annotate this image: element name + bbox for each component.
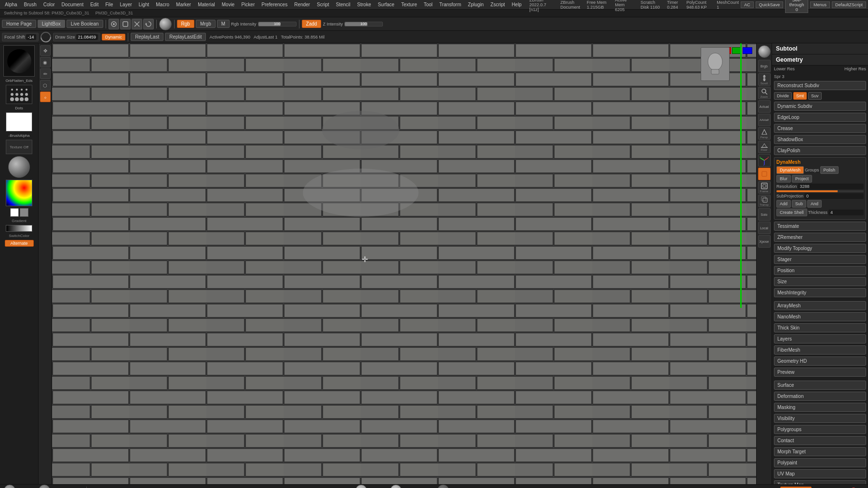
ri-xpose[interactable]: Xpose	[758, 235, 771, 248]
array-mesh-btn[interactable]: ArrayMesh	[774, 301, 866, 310]
center-brush2-dot[interactable]	[390, 485, 402, 488]
menu-item-tool[interactable]: Tool	[421, 2, 435, 7]
uv-map-btn[interactable]: UV Map	[774, 469, 866, 478]
and-btn[interactable]: And	[807, 200, 822, 208]
menu-item-render[interactable]: Render	[291, 2, 313, 7]
shadow-box-btn[interactable]: ShadowBox	[774, 135, 866, 144]
light-box-btn[interactable]: LightBox	[38, 20, 65, 28]
active-tool[interactable]: ⬦	[40, 92, 51, 102]
draw-gauge[interactable]	[40, 31, 52, 43]
dynamic-subdiv-btn[interactable]: Dynamic Subdiv	[774, 102, 866, 111]
visibility-btn[interactable]: Visibility	[774, 414, 866, 423]
menu-item-movie[interactable]: Movie	[219, 2, 238, 7]
masking-btn[interactable]: Masking	[774, 403, 866, 412]
resolution-val[interactable]: 3288	[798, 184, 864, 189]
color-picker[interactable]	[6, 180, 32, 206]
menu-item-macro[interactable]: Macro	[153, 2, 172, 7]
divide-btn[interactable]: Divide	[774, 92, 792, 100]
ri-zoom[interactable]: Zoom	[758, 87, 771, 99]
menu-item-surface[interactable]: Surface	[375, 2, 397, 7]
menu-item-edit[interactable]: Edit	[87, 2, 101, 7]
menu-item-document[interactable]: Document	[59, 2, 87, 7]
live-boolean-btn[interactable]: Live Boolean	[67, 20, 103, 28]
ri-persp[interactable]: Persp	[758, 127, 771, 140]
menu-item-light[interactable]: Light	[136, 2, 152, 7]
mrgb-btn[interactable]: Mrgb	[196, 20, 216, 28]
ri-floor[interactable]: Floor	[758, 141, 771, 153]
resolution-slider[interactable]	[776, 190, 864, 192]
sub-proj-val[interactable]: 0	[804, 193, 864, 199]
alpha-preview[interactable]	[6, 112, 32, 132]
default-zscript-btn[interactable]: DefaultZScript	[832, 1, 866, 8]
crease-btn[interactable]: Crease	[774, 124, 866, 133]
surface-btn[interactable]: Surface	[774, 381, 866, 390]
menu-item-transform[interactable]: Transform	[436, 2, 464, 7]
ri-transp[interactable]: Transp	[758, 195, 771, 207]
material-sphere[interactable]	[8, 156, 30, 178]
menu-item-brush[interactable]: Brush	[21, 2, 40, 7]
quick-save-btn[interactable]: QuickSave	[756, 1, 784, 8]
draw-tool[interactable]: ◉	[40, 57, 51, 67]
ri-material-ball[interactable]	[758, 45, 771, 58]
polygroups-btn[interactable]: Polygroups	[774, 425, 866, 434]
center-brush1-dot[interactable]	[355, 485, 367, 488]
suv-btn[interactable]: Suv	[808, 92, 822, 100]
dynamic-label[interactable]: Dynamic	[102, 34, 125, 40]
menu-item-picker[interactable]: Picker	[238, 2, 258, 7]
grey-swatch[interactable]	[20, 208, 28, 217]
add-btn[interactable]: Add	[776, 200, 791, 208]
ri-xyz[interactable]: x y z	[758, 154, 771, 167]
mesh-integrity-btn[interactable]: MeshIntegrity	[774, 288, 866, 297]
brush-thumbnail[interactable]	[3, 45, 35, 77]
create-shell-btn[interactable]: Create Shell	[776, 209, 807, 216]
menu-item-zplugin[interactable]: Zplugin	[465, 2, 487, 7]
eraser-tool[interactable]: ⬡	[40, 80, 51, 91]
replay-last-edit-btn[interactable]: ReplayLastEdit	[165, 33, 206, 41]
menu-item-color[interactable]: Color	[41, 2, 58, 7]
deformation-btn[interactable]: Deformation	[774, 392, 866, 401]
viewport-canvas[interactable]: ✛	[52, 43, 756, 484]
contact-btn[interactable]: Contact	[774, 436, 866, 445]
gradient-display[interactable]	[6, 225, 32, 232]
replay-last-btn[interactable]: ReplayLast	[131, 33, 163, 41]
nano-mesh-btn[interactable]: NanoMesh	[774, 312, 866, 321]
size-btn[interactable]: Size	[774, 277, 866, 286]
brush2-dot[interactable]	[39, 485, 50, 488]
menu-item-stencil[interactable]: Stencil	[333, 2, 353, 7]
m-btn[interactable]: M	[217, 20, 230, 28]
dynam-main-btn[interactable]: DynaMesh	[776, 166, 804, 174]
menu-item-marker[interactable]: Marker	[173, 2, 194, 7]
thick-skin-btn[interactable]: Thick Skin	[774, 323, 866, 332]
preview-btn[interactable]: Preview	[774, 368, 866, 377]
move-tool[interactable]: ✥	[40, 45, 51, 56]
white-swatch[interactable]	[10, 208, 19, 217]
menu-item-script[interactable]: Script	[314, 2, 332, 7]
menu-item-material[interactable]: Material	[195, 2, 218, 7]
ri-local[interactable]: Local	[758, 222, 771, 234]
home-page-btn[interactable]: Home Page	[2, 20, 36, 28]
menu-item-alpha[interactable]: Alpha	[2, 2, 20, 7]
ri-scroll[interactable]: Scroll	[758, 73, 771, 86]
draw-icon[interactable]	[108, 19, 119, 29]
ri-aahalff[interactable]: AAHalf	[758, 114, 771, 126]
modify-topology-btn[interactable]: Modify Topology	[774, 244, 866, 253]
polypaint-btn[interactable]: Polypaint	[774, 458, 866, 467]
ri-active-tool[interactable]	[758, 168, 771, 180]
z-intensity-slider[interactable]: 100	[344, 22, 383, 26]
menu-item-file[interactable]: File	[102, 2, 116, 7]
polish-btn[interactable]: Polish	[820, 166, 839, 174]
texture-map-btn[interactable]: Texture Map	[774, 480, 866, 484]
rotate-icon[interactable]	[143, 19, 154, 29]
smooth-icon[interactable]	[120, 19, 131, 29]
dynam-bottom-btn[interactable]: DynaMesh	[780, 487, 812, 488]
material-ball[interactable]	[159, 18, 172, 30]
ac-btn[interactable]: AC	[741, 1, 754, 8]
alternate-btn[interactable]: Alternate	[5, 240, 34, 247]
geometry-title[interactable]: Geometry	[772, 54, 868, 66]
menu-item-preferences[interactable]: Preferences	[258, 2, 290, 7]
focal-shift-val[interactable]: -14	[26, 34, 36, 40]
sub-btn[interactable]: Sub	[792, 200, 806, 208]
brush1-dot[interactable]	[4, 485, 15, 488]
ri-brgb[interactable]: Brgb	[758, 60, 771, 72]
viewport[interactable]: ✛	[52, 43, 756, 484]
